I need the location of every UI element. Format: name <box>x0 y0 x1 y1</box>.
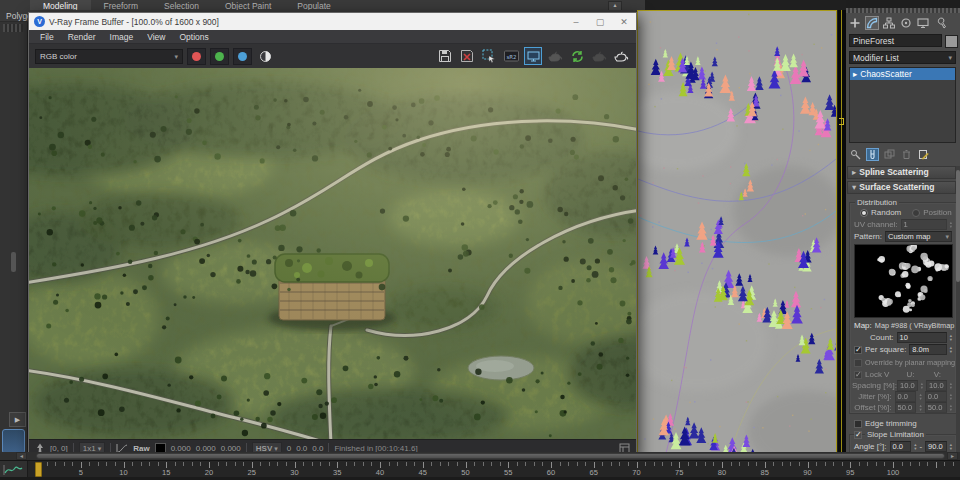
count-spinner[interactable] <box>950 334 952 341</box>
jitter-u-spinner[interactable] <box>919 393 921 400</box>
minimize-button[interactable]: – <box>564 13 588 30</box>
position-radio[interactable] <box>912 209 920 217</box>
spacing-v-spinner[interactable] <box>950 382 952 389</box>
override-checkbox[interactable] <box>854 359 862 367</box>
ribbon-expand-arrow[interactable]: ▶ <box>9 412 26 427</box>
modify-tab[interactable] <box>865 16 879 30</box>
menu-render[interactable]: Render <box>61 32 103 42</box>
ribbon-tab-freeform[interactable]: Freeform <box>91 0 151 10</box>
previous-frame-button[interactable]: ◂ <box>16 452 27 460</box>
spacing-u-spinner[interactable] <box>921 382 923 389</box>
modifier-list-dropdown[interactable]: Modifier List <box>849 51 956 64</box>
ruler-tick <box>799 462 800 466</box>
make-unique-button[interactable] <box>883 148 896 161</box>
rollout-surface-scattering[interactable]: Surface Scattering <box>847 181 956 194</box>
panel-splitter[interactable] <box>838 10 846 454</box>
ruler-tick <box>919 462 920 466</box>
object-name-field[interactable]: PineForest <box>849 34 942 47</box>
stop-render-button[interactable] <box>590 47 608 65</box>
pin-stack-button[interactable] <box>849 148 862 161</box>
ribbon-tab-modeling[interactable]: Modeling <box>30 0 91 10</box>
motion-tab[interactable] <box>899 16 913 30</box>
count-field[interactable]: 10 <box>897 332 947 343</box>
channel-dropdown[interactable]: RGB color <box>35 49 183 64</box>
mini-curve-editor-button[interactable] <box>0 461 28 478</box>
red-channel-toggle[interactable] <box>187 48 206 65</box>
offset-u-spinner[interactable] <box>919 404 921 411</box>
srgb-toggle[interactable]: sR2 <box>502 47 520 65</box>
jitter-v-spinner[interactable] <box>950 393 952 400</box>
spacing-v-field[interactable]: 10.0 <box>926 380 947 391</box>
panel-scrollbar-thumb[interactable] <box>956 170 960 282</box>
duplicate-to-host-button[interactable] <box>524 47 542 65</box>
region-render-button[interactable] <box>480 47 498 65</box>
jitter-v-field[interactable]: 0.0 <box>925 391 947 402</box>
mono-channel-toggle[interactable] <box>256 47 274 65</box>
offset-v-field[interactable]: 50.0 <box>925 402 947 413</box>
time-slider-thumb[interactable] <box>36 453 945 459</box>
remove-modifier-button[interactable] <box>900 148 913 161</box>
maximize-button[interactable]: ▢ <box>588 13 612 30</box>
panel-scrollbar[interactable] <box>956 166 960 455</box>
menu-image[interactable]: Image <box>103 32 141 42</box>
show-end-result-button[interactable] <box>866 148 879 161</box>
ribbon-panel-button-collapsed[interactable] <box>2 429 25 454</box>
time-slider[interactable]: ◂ ▸ <box>0 452 960 460</box>
per-square-field[interactable]: 8.0m <box>909 344 946 355</box>
render-last-button[interactable] <box>546 47 564 65</box>
hierarchy-tab[interactable] <box>882 16 896 30</box>
render-button[interactable] <box>612 47 630 65</box>
angle-max-field[interactable]: 90.0 <box>925 441 947 452</box>
uv-channel-field[interactable]: 1 <box>901 219 947 230</box>
current-frame-marker[interactable] <box>35 462 42 477</box>
spacing-u-field[interactable]: 10.0 <box>897 380 918 391</box>
offset-u-field[interactable]: 50.0 <box>895 402 917 413</box>
configure-modifier-sets-button[interactable] <box>917 148 930 161</box>
menu-options[interactable]: Options <box>173 32 216 42</box>
map-value-button[interactable]: Map #988 ( VRayBitmap ) <box>875 321 959 330</box>
ribbon-tab-object-paint[interactable]: Object Paint <box>212 0 284 10</box>
ruler-tick <box>773 462 774 466</box>
pattern-preview-image[interactable] <box>854 244 953 318</box>
srgb-icon: sR2 <box>504 49 519 63</box>
random-label: Random <box>871 208 901 217</box>
menu-file[interactable]: File <box>33 32 61 42</box>
lock-v-checkbox[interactable] <box>854 371 862 379</box>
interactive-render-button[interactable] <box>568 47 586 65</box>
per-square-checkbox[interactable] <box>854 346 862 354</box>
pattern-dropdown[interactable]: Custom map <box>885 231 952 242</box>
close-button[interactable]: ✕ <box>612 13 636 30</box>
blue-channel-toggle[interactable] <box>233 48 252 65</box>
viewport-canvas[interactable] <box>637 10 837 454</box>
angle-min-spinner[interactable] <box>914 443 916 450</box>
object-color-swatch[interactable] <box>945 35 958 48</box>
ribbon-tab-selection[interactable]: Selection <box>151 0 212 10</box>
angle-min-field[interactable]: 0.0 <box>890 441 912 452</box>
angle-max-spinner[interactable] <box>950 443 952 450</box>
plus-icon <box>849 17 861 29</box>
rollout-spline-scattering[interactable]: Spline Scattering <box>847 166 956 179</box>
per-square-spinner[interactable] <box>950 346 952 353</box>
menu-view[interactable]: View <box>140 32 172 42</box>
green-channel-toggle[interactable] <box>210 48 229 65</box>
vfb-title-bar[interactable]: V V-Ray Frame Buffer - [100.0% of 1600 x… <box>29 13 636 30</box>
ribbon-scroll-handle[interactable] <box>11 252 16 272</box>
display-tab[interactable] <box>916 16 930 30</box>
curve-editor-icon <box>1 462 26 477</box>
render-image[interactable] <box>29 68 636 439</box>
modifier-stack-item[interactable]: ▸ChaosScatter <box>850 68 955 80</box>
save-image-button[interactable] <box>436 47 454 65</box>
uv-channel-spinner[interactable] <box>950 221 952 228</box>
angle-label: Angle [°]: <box>854 442 887 451</box>
slope-checkbox[interactable] <box>854 431 862 439</box>
next-frame-button[interactable]: ▸ <box>947 452 958 460</box>
create-tab[interactable] <box>848 16 862 30</box>
clear-image-button[interactable] <box>458 47 476 65</box>
offset-v-spinner[interactable] <box>950 404 952 411</box>
random-radio[interactable] <box>860 209 868 217</box>
ribbon-tab-populate[interactable]: Populate <box>284 0 344 10</box>
track-bar[interactable]: 0510152025303540455055606570758085909510… <box>0 460 960 478</box>
utilities-tab[interactable] <box>933 16 947 30</box>
jitter-u-field[interactable]: 0.0 <box>895 391 917 402</box>
edge-trimming-checkbox[interactable] <box>854 420 862 428</box>
